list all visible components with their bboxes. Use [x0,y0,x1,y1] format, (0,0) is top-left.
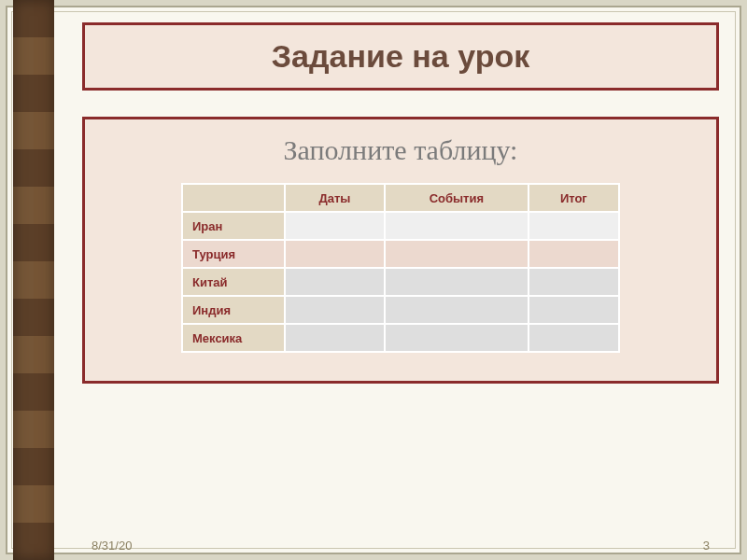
table-row: Мексика [182,324,619,352]
cell [529,212,619,240]
cell [529,240,619,268]
title-box: Задание на урок [82,22,719,91]
footer-page: 3 [703,539,710,553]
col-header-result: Итог [529,184,619,212]
footer: 8/31/20 3 [54,539,747,553]
content-box: Заполните таблицу: Даты События Итог Ира… [82,117,719,384]
cell [285,296,385,324]
cell [285,268,385,296]
row-label: Мексика [182,324,285,352]
cell [529,324,619,352]
cell [529,296,619,324]
slide-content: Задание на урок Заполните таблицу: Даты … [54,0,747,560]
cell [285,324,385,352]
table-header-row: Даты События Итог [182,184,619,212]
table-row: Китай [182,268,619,296]
col-header-dates: Даты [285,184,385,212]
row-label: Индия [182,296,285,324]
col-header-events: События [385,184,529,212]
row-label: Китай [182,268,285,296]
table-wrapper: Даты События Итог Иран Турция [104,183,698,353]
row-label: Турция [182,240,285,268]
cell [385,296,529,324]
footer-date: 8/31/20 [92,539,132,553]
decorative-sidebar [13,0,54,560]
slide-subtitle: Заполните таблицу: [104,134,698,166]
cell [285,212,385,240]
cell [385,268,529,296]
col-header-empty [182,184,285,212]
table-row: Турция [182,240,619,268]
cell [285,240,385,268]
cell [385,212,529,240]
row-label: Иран [182,212,285,240]
table-row: Иран [182,212,619,240]
cell [529,268,619,296]
data-table: Даты События Итог Иран Турция [181,183,620,353]
slide-title: Задание на урок [94,38,707,75]
cell [385,240,529,268]
cell [385,324,529,352]
table-row: Индия [182,296,619,324]
